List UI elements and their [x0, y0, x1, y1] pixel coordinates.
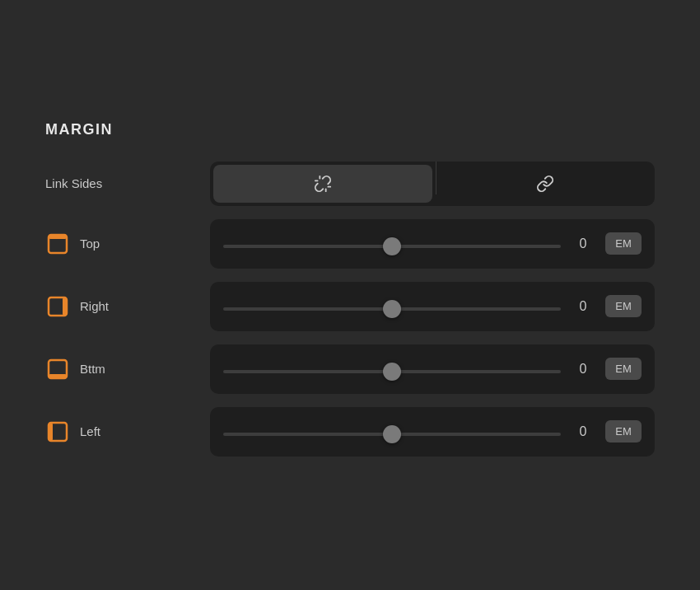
right-margin-icon	[45, 294, 70, 319]
svg-rect-11	[49, 423, 53, 441]
left-row: Left 0 EM	[45, 407, 655, 457]
bottom-unit-button[interactable]: EM	[605, 358, 642, 380]
bottom-control: 0 EM	[210, 344, 655, 394]
top-value: 0	[571, 236, 595, 251]
bottom-label-group: Bttm	[45, 357, 210, 382]
top-label-group: Top	[45, 232, 210, 256]
bottom-row: Bttm 0 EM	[45, 344, 655, 394]
link-sides-label: Link Sides	[45, 176, 210, 190]
left-value: 0	[571, 424, 595, 439]
right-slider-wrap	[223, 299, 561, 314]
left-label: Left	[80, 424, 100, 438]
link-icon	[536, 175, 554, 193]
left-margin-icon	[45, 419, 70, 444]
top-slider-wrap	[223, 236, 561, 251]
left-unit-button[interactable]: EM	[605, 420, 642, 442]
bottom-margin-icon	[45, 357, 70, 382]
margin-panel: MARGIN Link Sides	[12, 96, 688, 494]
right-slider[interactable]	[223, 307, 561, 311]
top-margin-icon	[45, 232, 70, 256]
right-label: Right	[80, 299, 109, 313]
top-slider[interactable]	[223, 245, 561, 248]
unlink-button[interactable]	[213, 165, 432, 203]
bottom-slider[interactable]	[223, 370, 561, 373]
left-control: 0 EM	[210, 407, 655, 457]
link-sides-row: Link Sides	[45, 162, 655, 206]
top-label: Top	[80, 236, 100, 251]
link-button[interactable]	[436, 162, 656, 206]
bottom-label: Bttm	[80, 362, 105, 376]
panel-title: MARGIN	[45, 121, 655, 138]
top-row: Top 0 EM	[45, 219, 655, 269]
top-unit-button[interactable]: EM	[605, 232, 642, 255]
svg-rect-9	[49, 374, 67, 378]
left-slider-wrap	[223, 424, 561, 439]
link-sides-group	[210, 162, 655, 206]
left-label-group: Left	[45, 419, 210, 444]
svg-rect-7	[63, 297, 67, 316]
top-control: 0 EM	[210, 219, 655, 269]
right-label-group: Right	[45, 294, 210, 319]
left-slider[interactable]	[223, 433, 561, 436]
right-value: 0	[571, 299, 595, 314]
bottom-slider-wrap	[223, 362, 561, 377]
right-unit-button[interactable]: EM	[605, 295, 642, 317]
unlink-icon	[314, 175, 332, 193]
right-row: Right 0 EM	[45, 282, 655, 331]
bottom-value: 0	[571, 362, 595, 377]
right-control: 0 EM	[210, 282, 655, 331]
svg-rect-5	[49, 235, 67, 239]
